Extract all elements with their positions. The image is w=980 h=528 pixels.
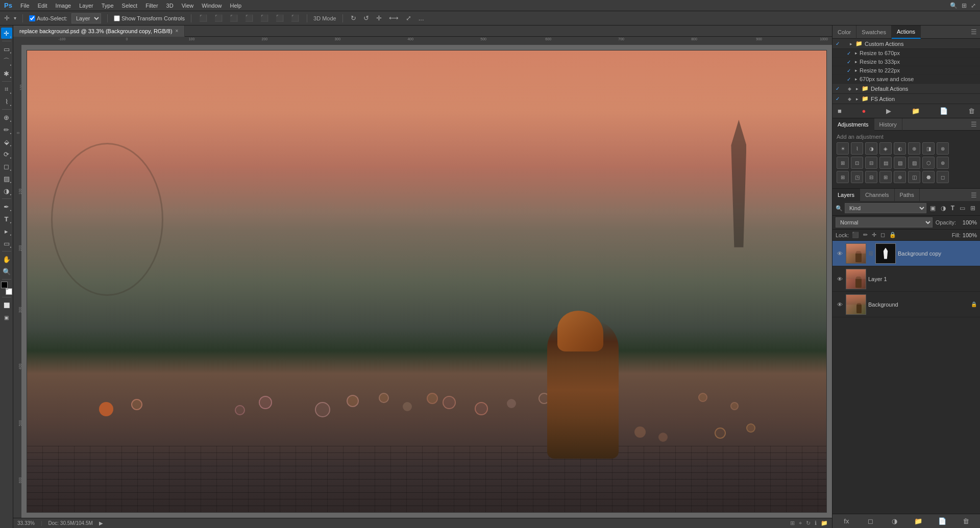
- gradmap-btn[interactable]: ▨: [908, 157, 920, 169]
- adj-icon-12[interactable]: ⊞: [879, 171, 892, 183]
- add-mask-btn[interactable]: ◻: [860, 516, 881, 526]
- menu-3d[interactable]: 3D: [166, 3, 174, 9]
- bw-btn[interactable]: ◨: [922, 142, 935, 155]
- exposure-btn[interactable]: ◑: [865, 142, 877, 155]
- align-bottom-btn[interactable]: ⬛: [274, 14, 285, 22]
- new-set-btn[interactable]: 📁: [911, 106, 921, 116]
- layers-filter-dropdown[interactable]: Kind: [845, 203, 926, 213]
- delete-layer-btn[interactable]: 🗑: [955, 516, 977, 526]
- eye-bgcopy[interactable]: 👁: [836, 249, 844, 258]
- align-left-btn[interactable]: ⬛: [198, 14, 209, 22]
- menu-file[interactable]: File: [20, 3, 30, 9]
- layer-item-bgcopy[interactable]: 👁 ⛓ Background copy: [832, 241, 980, 266]
- history-brush-tool[interactable]: ⟳ ▸: [1, 148, 12, 160]
- color-swatches[interactable]: ⇄: [1, 282, 12, 295]
- menu-layer[interactable]: Layer: [79, 3, 93, 9]
- photofilter-btn[interactable]: ⊗: [937, 142, 949, 155]
- add-group-btn[interactable]: 📁: [907, 516, 929, 526]
- chanmix-btn[interactable]: ⊞: [837, 157, 849, 169]
- status-expand-btn[interactable]: ▶: [99, 520, 103, 526]
- eye-background[interactable]: 👁: [836, 300, 844, 309]
- adj-icon-16[interactable]: ◻: [937, 171, 949, 183]
- filter-smart-btn[interactable]: ⊞: [969, 204, 977, 212]
- action-item-resize333[interactable]: ✓ ▸ Resize to 333px: [832, 58, 980, 66]
- tab-channels[interactable]: Channels: [860, 189, 894, 201]
- adj-icon-14[interactable]: ◫: [908, 171, 920, 183]
- new-layer-btn[interactable]: 📄: [931, 516, 953, 526]
- lock-artboard-btn[interactable]: ◻: [879, 231, 886, 239]
- play-btn[interactable]: ▶: [885, 106, 892, 116]
- filter-shape-btn[interactable]: ▭: [958, 204, 967, 212]
- transform-checkbox[interactable]: [114, 15, 120, 21]
- custom-actions-header[interactable]: ✓ ▸ 📁 Custom Actions: [832, 39, 980, 49]
- tab-history[interactable]: History: [874, 118, 902, 131]
- curves-btn[interactable]: ⌇: [851, 142, 863, 155]
- crop-tool[interactable]: ⌗ ▸: [1, 84, 12, 95]
- adj-icon-10[interactable]: ◳: [851, 171, 863, 183]
- record-btn[interactable]: ●: [861, 106, 867, 116]
- delete-action-btn[interactable]: 🗑: [967, 106, 976, 116]
- expand-icon[interactable]: ⤢: [971, 2, 976, 9]
- info-icon[interactable]: ℹ: [815, 520, 817, 526]
- stop-btn[interactable]: ■: [837, 106, 843, 116]
- filter-pixel-btn[interactable]: ▣: [928, 204, 937, 212]
- tab-adjustments[interactable]: Adjustments: [832, 118, 874, 131]
- menu-edit[interactable]: Edit: [38, 3, 47, 9]
- layer-item-layer1[interactable]: 👁 Layer 1: [832, 266, 980, 292]
- vibrance-btn[interactable]: ◈: [879, 142, 892, 155]
- blend-mode-dropdown[interactable]: Normal: [836, 217, 933, 228]
- lock-position-btn[interactable]: ✛: [871, 231, 877, 239]
- add-fx-btn[interactable]: fx: [836, 516, 857, 526]
- zoom-tool[interactable]: 🔍: [1, 266, 12, 277]
- colorbal-btn[interactable]: ⊕: [908, 142, 920, 155]
- pen-tool[interactable]: ✒ ▸: [1, 201, 12, 212]
- marquee-tool[interactable]: ▭ ▸: [1, 43, 12, 55]
- align-center-v-btn[interactable]: ⬛: [259, 14, 270, 22]
- rotate-3d-btn[interactable]: ↻: [349, 14, 358, 22]
- tab-actions[interactable]: Actions: [892, 26, 921, 39]
- autoselect-checkbox[interactable]: [29, 15, 35, 21]
- spot-heal-tool[interactable]: ⊕ ▸: [1, 112, 12, 123]
- pan-3d-btn[interactable]: ✛: [375, 14, 383, 22]
- align-top-btn[interactable]: ⬛: [243, 14, 255, 22]
- canvas-display[interactable]: [21, 45, 832, 518]
- move-tool[interactable]: ✛ ▸: [1, 28, 12, 39]
- align-right-btn[interactable]: ⬛: [228, 14, 239, 22]
- posterize-btn[interactable]: ▤: [879, 157, 892, 169]
- align-center-h-btn[interactable]: ⬛: [213, 14, 224, 22]
- huesat-btn[interactable]: ◐: [894, 142, 906, 155]
- roll-3d-btn[interactable]: ↺: [362, 14, 371, 22]
- tab-color[interactable]: Color: [832, 26, 856, 39]
- adj-icon-9[interactable]: ⊞: [837, 171, 849, 183]
- lock-image-btn[interactable]: ✏: [862, 231, 869, 239]
- extras-btn[interactable]: ...: [417, 14, 426, 22]
- layers-options-btn[interactable]: ☰: [971, 189, 980, 201]
- menu-help[interactable]: Help: [230, 3, 241, 9]
- text-tool[interactable]: T ▸: [1, 213, 12, 224]
- eyedropper-tool[interactable]: ⌇ ▸: [1, 96, 12, 107]
- adj-icon-11[interactable]: ⊟: [865, 171, 877, 183]
- brightness-btn[interactable]: ☀: [837, 142, 849, 155]
- path-select-tool[interactable]: ▸ ▸: [1, 225, 12, 237]
- folder-icon[interactable]: 📁: [821, 520, 828, 526]
- tab-paths[interactable]: Paths: [895, 189, 920, 201]
- adj-more-btn[interactable]: ⊕: [937, 157, 949, 169]
- tab-swatches[interactable]: Swatches: [856, 26, 892, 39]
- tab-layers[interactable]: Layers: [832, 189, 860, 201]
- hand-tool[interactable]: ✋: [1, 254, 12, 265]
- filter-type-btn[interactable]: T: [949, 204, 956, 212]
- fs-actions-header[interactable]: ✓ ◆ ▸ 📁 FS Action: [832, 94, 980, 104]
- quickselect-tool[interactable]: ✱ ▸: [1, 68, 12, 79]
- lasso-tool[interactable]: ⌒ ▸: [1, 56, 12, 67]
- layer-item-background[interactable]: 👁 Background 🔒: [832, 292, 980, 317]
- autoselect-dropdown[interactable]: Layer: [71, 13, 101, 23]
- arrange-icon[interactable]: ⊞: [790, 520, 795, 526]
- eraser-tool[interactable]: ◻ ▸: [1, 161, 12, 172]
- menu-view[interactable]: View: [182, 3, 194, 9]
- scale-3d-btn[interactable]: ⤢: [404, 14, 413, 22]
- align-more-btn[interactable]: ⬛: [289, 14, 301, 22]
- gradient-tool[interactable]: ▨ ▸: [1, 173, 12, 184]
- action-item-resize670[interactable]: ✓ ▸ Resize to 670px: [832, 49, 980, 58]
- slide-3d-btn[interactable]: ⟷: [387, 14, 400, 22]
- stamp-tool[interactable]: ⬙ ▸: [1, 136, 12, 147]
